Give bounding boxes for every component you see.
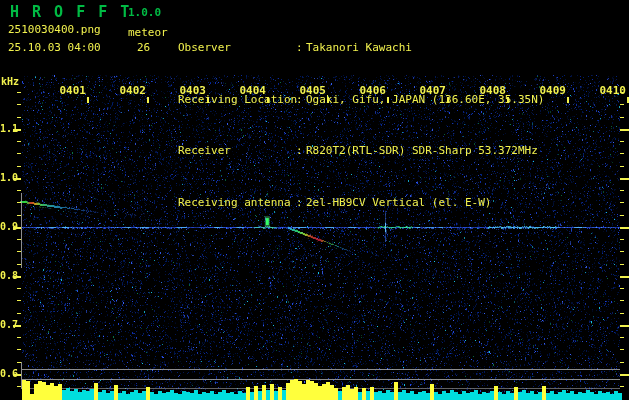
info-label: Receiving antenna xyxy=(178,196,296,210)
time-tick-label: 0409 xyxy=(538,84,566,97)
freq-tick-label: 0.6 xyxy=(0,368,18,379)
echo-count: 26 xyxy=(137,41,150,54)
mode-label: meteor xyxy=(128,26,168,39)
time-tick-label: 0403 xyxy=(178,84,206,97)
hrofft-window: H R O F F T 1.0.0 2510030400.png meteor … xyxy=(0,0,629,400)
time-tick-label: 0404 xyxy=(238,84,266,97)
freq-tick-label: 0.8 xyxy=(0,270,18,281)
output-filename: 2510030400.png xyxy=(8,23,101,36)
freq-tick-label: 0.9 xyxy=(0,221,18,232)
freq-tick-label: 1.0 xyxy=(0,172,18,183)
info-value: R820T2(RTL-SDR) SDR-Sharp 53.372MHz xyxy=(306,144,538,158)
info-row-antenna: Receiving antenna:2el-HB9CV Vertical (el… xyxy=(178,196,544,210)
time-tick-label: 0401 xyxy=(58,84,86,97)
time-tick-label: 0402 xyxy=(118,84,146,97)
time-tick-label: 0407 xyxy=(418,84,446,97)
info-row-receiver: Receiver:R820T2(RTL-SDR) SDR-Sharp 53.37… xyxy=(178,144,544,158)
time-tick-label: 0408 xyxy=(478,84,506,97)
info-label: Receiver xyxy=(178,144,296,158)
info-value: Takanori Kawachi xyxy=(306,41,412,55)
info-row-observer: Observer:Takanori Kawachi xyxy=(178,41,544,55)
station-info: Observer:Takanori Kawachi Receiving Loca… xyxy=(178,3,544,247)
app-version: 1.0.0 xyxy=(128,6,161,19)
time-tick-label: 0410 xyxy=(598,84,626,97)
info-label: Observer xyxy=(178,41,296,55)
date-time: 25.10.03 04:00 xyxy=(8,41,101,54)
frequency-unit-label: kHz xyxy=(1,76,19,87)
time-tick-label: 0406 xyxy=(358,84,386,97)
freq-tick-label: 0.7 xyxy=(0,319,18,330)
app-title: H R O F F T xyxy=(10,3,131,21)
info-value: 2el-HB9CV Vertical (el. E-W) xyxy=(306,196,491,210)
freq-tick-label: 1.1 xyxy=(0,123,18,134)
time-tick-label: 0405 xyxy=(298,84,326,97)
